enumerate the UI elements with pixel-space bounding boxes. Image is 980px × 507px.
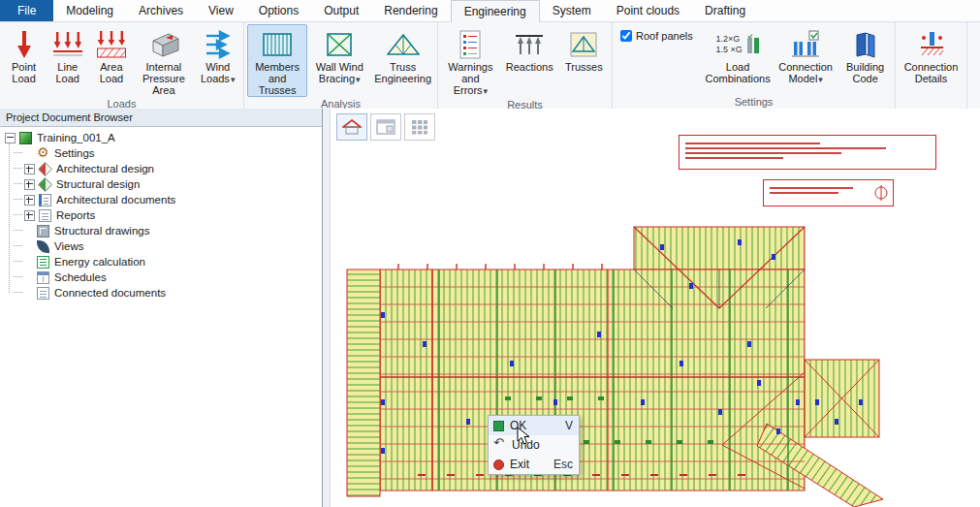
tree-connector: [14, 245, 22, 247]
line-load-button[interactable]: Line Load: [47, 24, 88, 97]
ribbon-group-connection-details: Connection Details: [896, 22, 967, 110]
tab-system[interactable]: System: [540, 0, 604, 21]
members-and-trusses-button[interactable]: Members and Trusses: [247, 24, 307, 97]
tree-item-structural-drawings[interactable]: Structural drawings: [0, 223, 322, 238]
tree-item-energy-calculation[interactable]: Energy calculation: [0, 254, 322, 269]
exit-red-dot-icon: [493, 459, 504, 470]
connection-details-label: Connection Details: [904, 61, 959, 84]
point-load-button[interactable]: Point Load: [3, 24, 45, 97]
trusses-icon: [570, 28, 597, 61]
load-factor-2: 1.5 ×G: [715, 45, 742, 55]
roof-panels-checkbox[interactable]: [620, 30, 632, 42]
tree-item-reports[interactable]: Reports: [0, 207, 322, 223]
application-window: File Modeling Archives View Options Outp…: [0, 0, 980, 507]
tree-item-label: Structural drawings: [54, 225, 149, 237]
tree-item-label: Schedules: [54, 271, 107, 283]
tab-engineering[interactable]: Engineering: [451, 0, 540, 22]
tree-item-settings[interactable]: Settings: [0, 145, 322, 161]
tree-item-connected-documents[interactable]: Connected documents: [0, 285, 322, 301]
wind-loads-icon: [205, 28, 231, 61]
wall-wind-bracing-button[interactable]: Wall Wind Bracing: [309, 24, 369, 97]
building-code-button[interactable]: Building Code: [838, 24, 892, 95]
tree-connector: [14, 152, 22, 154]
grid-view-button[interactable]: [404, 113, 435, 141]
context-menu-item-ok[interactable]: OK V: [489, 416, 579, 435]
expand-icon[interactable]: [24, 210, 35, 221]
context-menu-shortcut: V: [565, 419, 573, 432]
line-load-label: Line Load: [55, 61, 79, 84]
drawing-canvas[interactable]: OK V Undo Exit Esc: [331, 109, 980, 507]
area-load-button[interactable]: Area Load: [90, 24, 132, 97]
tab-view[interactable]: View: [196, 0, 246, 21]
connection-model-button[interactable]: Connection Model: [775, 24, 837, 95]
chevron-down-icon: [355, 73, 361, 84]
tree-connector: [14, 261, 22, 263]
home-view-button[interactable]: [336, 113, 367, 141]
tab-modeling[interactable]: Modeling: [53, 0, 126, 21]
menu-bar: File Modeling Archives View Options Outp…: [0, 0, 980, 22]
undo-arrow-icon: [493, 440, 506, 451]
tree-item-label: Architectural design: [56, 163, 154, 174]
truss-engineering-icon: [387, 28, 420, 61]
ribbon-group-label-extra: [898, 95, 964, 110]
tree-item-schedules[interactable]: Schedules: [0, 269, 322, 285]
ribbon-group-analysis: Members and Trusses Wall Wind Bracing: [244, 22, 438, 110]
tree-connector: [14, 292, 22, 294]
reactions-label: Reactions: [506, 61, 553, 73]
ribbon: Point Load Line Load: [0, 22, 980, 111]
title-block-note: [679, 135, 936, 170]
layout-icon: [376, 119, 395, 135]
wind-loads-button[interactable]: Wind Loads: [195, 24, 240, 97]
layout-view-button[interactable]: [370, 113, 401, 141]
tab-drafting[interactable]: Drafting: [692, 0, 758, 21]
reactions-button[interactable]: Reactions: [502, 24, 557, 98]
tab-rendering[interactable]: Rendering: [371, 0, 450, 21]
context-menu-item-undo[interactable]: Undo: [489, 435, 579, 455]
trusses-button[interactable]: Trusses: [559, 24, 609, 98]
document-icon: [37, 287, 49, 300]
context-menu-label: Exit: [510, 458, 529, 471]
tree-connector: [14, 276, 22, 278]
project-document-browser-panel: Project Document Browser Training_001_A …: [0, 109, 323, 507]
truss-engineering-button[interactable]: Truss Engineering: [371, 24, 434, 97]
context-menu-item-exit[interactable]: Exit Esc: [489, 455, 579, 474]
tree-item-architectural-design[interactable]: Architectural design: [0, 161, 322, 176]
tab-options[interactable]: Options: [246, 0, 311, 21]
schedule-table-icon: [37, 271, 49, 284]
warnings-and-errors-button[interactable]: Warnings and Errors: [441, 24, 500, 98]
grid-icon: [411, 119, 428, 135]
chevron-down-icon: [483, 84, 489, 96]
tree-item-views[interactable]: Views: [0, 238, 322, 254]
point-load-icon: [16, 28, 33, 61]
report-icon: [39, 209, 51, 222]
ribbon-group-settings: Roof panels 1.2×G 1.5 ×G: [613, 22, 896, 110]
load-combinations-icon: [746, 34, 760, 55]
tree-item-label: Architectural documents: [56, 194, 175, 206]
tab-output[interactable]: Output: [311, 0, 371, 21]
home-icon: [342, 119, 362, 135]
section-mark-note: [763, 179, 894, 206]
expand-icon[interactable]: [24, 195, 35, 206]
members-and-trusses-label: Members and Trusses: [255, 61, 300, 96]
tree-item-structural-design[interactable]: Structural design: [0, 176, 322, 192]
tree-item-architectural-documents[interactable]: Architectural documents: [0, 192, 322, 207]
truss-engineering-label: Truss Engineering: [374, 61, 431, 84]
expand-icon[interactable]: [24, 164, 35, 174]
building-code-icon: [853, 28, 878, 61]
roof-panels-checkbox-row: Roof panels: [615, 24, 702, 42]
expand-icon[interactable]: [24, 179, 35, 190]
collapse-icon[interactable]: [5, 133, 16, 143]
tab-archives[interactable]: Archives: [126, 0, 196, 21]
tree-item-label: Connected documents: [54, 287, 166, 299]
tab-point-clouds[interactable]: Point clouds: [604, 0, 692, 21]
tree-item-label: Views: [54, 240, 83, 252]
connection-model-icon: [791, 28, 820, 61]
connection-details-button[interactable]: Connection Details: [899, 24, 964, 95]
panel-splitter[interactable]: [323, 109, 331, 507]
internal-pressure-area-button[interactable]: Internal Pressure Area: [134, 24, 193, 97]
tab-file[interactable]: File: [0, 0, 53, 21]
load-combinations-button[interactable]: 1.2×G 1.5 ×G Load Combinations: [703, 24, 773, 95]
panel-title: Project Document Browser: [0, 109, 322, 127]
tree-item-label: Structural design: [56, 178, 140, 190]
tree-item-label: Training_001_A: [37, 132, 115, 143]
